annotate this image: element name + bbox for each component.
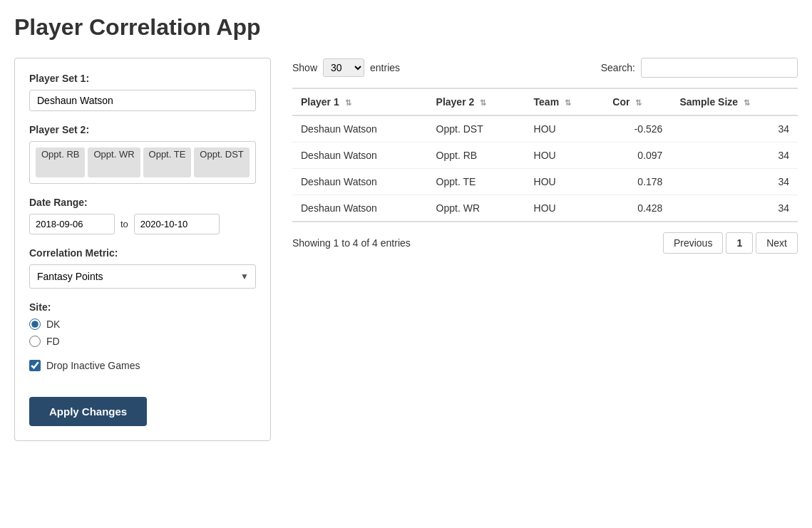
cell-cor: 0.178 xyxy=(604,169,671,195)
correlation-metric-group: Correlation Metric: Fantasy Points ▼ xyxy=(29,247,256,289)
col-header-sample_size[interactable]: Sample Size ⇅ xyxy=(671,88,798,115)
player-set2-tag-box[interactable]: Oppt. RBOppt. WROppt. TEOppt. DST xyxy=(29,141,256,184)
cell-player2: Oppt. DST xyxy=(428,115,525,143)
search-label: Search: xyxy=(601,62,635,73)
site-radio-item-fd[interactable]: FD xyxy=(29,336,256,347)
cell-player2: Oppt. WR xyxy=(428,195,525,222)
cell-player1: Deshaun Watson xyxy=(292,195,428,222)
date-from-input[interactable] xyxy=(29,214,115,234)
date-range-label: Date Range: xyxy=(29,197,256,208)
table-controls: Show 10253050100 entries Search: xyxy=(292,58,798,78)
player-set2-tag: Oppt. TE xyxy=(143,147,192,177)
cell-player2: Oppt. RB xyxy=(428,143,525,169)
date-range-group: Date Range: to xyxy=(29,197,256,234)
pagination: Previous 1 Next xyxy=(663,232,798,254)
table-row: Deshaun WatsonOppt. TEHOU0.17834 xyxy=(292,169,798,195)
cell-team: HOU xyxy=(525,169,605,195)
cell-team: HOU xyxy=(525,115,605,143)
table-row: Deshaun WatsonOppt. RBHOU0.09734 xyxy=(292,143,798,169)
player-set1-input[interactable] xyxy=(29,90,256,111)
cell-sample_size: 34 xyxy=(671,169,798,195)
table-row: Deshaun WatsonOppt. WRHOU0.42834 xyxy=(292,195,798,222)
cell-player1: Deshaun Watson xyxy=(292,169,428,195)
left-panel: Player Set 1: Player Set 2: Oppt. RBOppt… xyxy=(14,58,271,441)
player-set2-tag: Oppt. DST xyxy=(194,147,249,177)
cell-cor: 0.097 xyxy=(604,143,671,169)
right-panel: Show 10253050100 entries Search: Player … xyxy=(292,58,798,254)
col-header-player2[interactable]: Player 2 ⇅ xyxy=(428,88,525,115)
sort-icon: ⇅ xyxy=(565,98,571,108)
table-body: Deshaun WatsonOppt. DSTHOU-0.52634Deshau… xyxy=(292,115,798,222)
player-set2-tag: Oppt. RB xyxy=(36,147,85,177)
next-button[interactable]: Next xyxy=(756,232,798,254)
drop-inactive-label: Drop Inactive Games xyxy=(46,360,140,371)
cell-cor: 0.428 xyxy=(604,195,671,222)
cell-sample_size: 34 xyxy=(671,195,798,222)
cell-player1: Deshaun Watson xyxy=(292,143,428,169)
site-radio-dk[interactable] xyxy=(29,319,41,330)
site-radio-group: DKFD xyxy=(29,319,256,347)
cell-team: HOU xyxy=(525,143,605,169)
app-title: Player Correlation App xyxy=(14,14,798,41)
correlation-metric-select[interactable]: Fantasy Points xyxy=(29,264,256,289)
correlation-metric-label: Correlation Metric: xyxy=(29,247,256,259)
cell-sample_size: 34 xyxy=(671,115,798,143)
table-row: Deshaun WatsonOppt. DSTHOU-0.52634 xyxy=(292,115,798,143)
player-set1-label: Player Set 1: xyxy=(29,73,256,84)
site-group: Site: DKFD xyxy=(29,301,256,347)
previous-button[interactable]: Previous xyxy=(663,232,723,254)
search-box: Search: xyxy=(601,58,798,78)
apply-changes-button[interactable]: Apply Changes xyxy=(29,397,147,426)
drop-inactive-checkbox[interactable] xyxy=(29,360,41,371)
sort-icon: ⇅ xyxy=(635,98,642,108)
cell-player1: Deshaun Watson xyxy=(292,115,428,143)
cell-cor: -0.526 xyxy=(604,115,671,143)
player-set1-group: Player Set 1: xyxy=(29,73,256,111)
table-header: Player 1 ⇅Player 2 ⇅Team ⇅Cor ⇅Sample Si… xyxy=(292,88,798,115)
table-footer-info: Showing 1 to 4 of 4 entries xyxy=(292,237,411,249)
date-to-input[interactable] xyxy=(134,214,220,234)
player-set2-group: Player Set 2: Oppt. RBOppt. WROppt. TEOp… xyxy=(29,124,256,184)
cell-team: HOU xyxy=(525,195,605,222)
show-entries-control: Show 10253050100 entries xyxy=(292,58,400,77)
date-range-row: to xyxy=(29,214,256,234)
show-label: Show xyxy=(292,62,317,73)
sort-icon: ⇅ xyxy=(480,98,486,108)
current-page: 1 xyxy=(726,232,753,254)
show-entries-select[interactable]: 10253050100 xyxy=(323,58,364,77)
sort-icon: ⇅ xyxy=(744,98,750,108)
col-header-team[interactable]: Team ⇅ xyxy=(525,88,605,115)
site-radio-item-dk[interactable]: DK xyxy=(29,319,256,330)
player-set2-tag: Oppt. WR xyxy=(88,147,140,177)
sort-icon: ⇅ xyxy=(345,98,351,108)
cell-player2: Oppt. TE xyxy=(428,169,525,195)
site-radio-fd[interactable] xyxy=(29,336,41,347)
site-label: Site: xyxy=(29,301,256,313)
col-header-player1[interactable]: Player 1 ⇅ xyxy=(292,88,428,115)
player-set2-label: Player Set 2: xyxy=(29,124,256,135)
table-footer: Showing 1 to 4 of 4 entries Previous 1 N… xyxy=(292,232,798,254)
data-table: Player 1 ⇅Player 2 ⇅Team ⇅Cor ⇅Sample Si… xyxy=(292,88,798,222)
site-label-fd: FD xyxy=(46,336,60,347)
cell-sample_size: 34 xyxy=(671,143,798,169)
search-input[interactable] xyxy=(641,58,798,78)
site-label-dk: DK xyxy=(46,319,60,330)
drop-inactive-group[interactable]: Drop Inactive Games xyxy=(29,360,256,371)
date-to-label: to xyxy=(120,219,128,229)
entries-label: entries xyxy=(370,62,400,73)
col-header-cor[interactable]: Cor ⇅ xyxy=(604,88,671,115)
correlation-metric-select-wrapper: Fantasy Points ▼ xyxy=(29,264,256,289)
